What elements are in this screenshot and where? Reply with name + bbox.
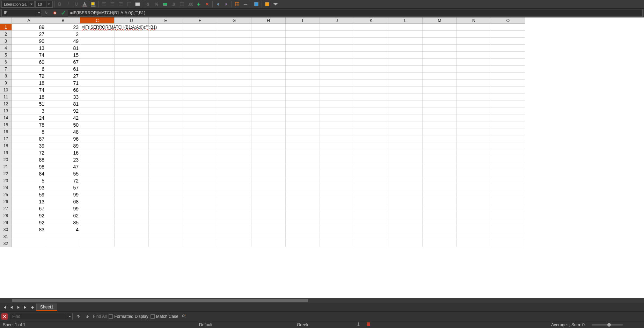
cell-H7[interactable]: [251, 66, 286, 73]
cell-C1[interactable]: =IF(ISERROR(MATCH(B1;A:A;0));"";B1): [80, 24, 115, 31]
cell-J8[interactable]: [320, 73, 354, 80]
cell-C19[interactable]: [80, 149, 115, 156]
cell-H12[interactable]: [251, 100, 286, 107]
cell-J23[interactable]: [320, 177, 354, 184]
match-case-checkbox[interactable]: Match Case: [151, 314, 178, 319]
cell-O13[interactable]: [491, 107, 525, 114]
cell-E32[interactable]: [149, 240, 183, 247]
cell-F29[interactable]: [183, 219, 217, 226]
cell-K18[interactable]: [354, 142, 388, 149]
cell-I26[interactable]: [286, 198, 320, 205]
cell-C21[interactable]: [80, 163, 115, 170]
cell-M31[interactable]: [423, 233, 457, 240]
cell-H1[interactable]: [251, 24, 286, 31]
cell-E5[interactable]: [149, 52, 183, 59]
cell-B21[interactable]: 47: [46, 163, 80, 170]
border-style-button[interactable]: [242, 1, 249, 8]
cell-G26[interactable]: [217, 198, 251, 205]
selection-mode-icon[interactable]: [366, 322, 371, 328]
cell-C15[interactable]: [80, 121, 115, 128]
cell-I24[interactable]: [286, 184, 320, 191]
cell-M29[interactable]: [423, 219, 457, 226]
cell-B19[interactable]: 16: [46, 149, 80, 156]
cell-M8[interactable]: [423, 73, 457, 80]
cell-J13[interactable]: [320, 107, 354, 114]
cell-B3[interactable]: 49: [46, 38, 80, 45]
cell-G30[interactable]: [217, 226, 251, 233]
cell-I9[interactable]: [286, 80, 320, 87]
cell-B31[interactable]: [46, 233, 80, 240]
cell-K12[interactable]: [354, 100, 388, 107]
cell-A11[interactable]: 18: [12, 94, 46, 100]
cell-H5[interactable]: [251, 52, 286, 59]
cell-J18[interactable]: [320, 142, 354, 149]
cell-G24[interactable]: [217, 184, 251, 191]
cell-G6[interactable]: [217, 59, 251, 66]
cell-E13[interactable]: [149, 107, 183, 114]
cell-A6[interactable]: 60: [12, 59, 46, 66]
cell-G28[interactable]: [217, 212, 251, 219]
cell-I28[interactable]: [286, 212, 320, 219]
cell-E25[interactable]: [149, 191, 183, 198]
cell-D19[interactable]: [115, 149, 149, 156]
cell-J31[interactable]: [320, 233, 354, 240]
cell-E7[interactable]: [149, 66, 183, 73]
cell-K21[interactable]: [354, 163, 388, 170]
cell-H19[interactable]: [251, 149, 286, 156]
cell-M15[interactable]: [423, 121, 457, 128]
row-header-16[interactable]: 16: [0, 128, 12, 135]
cell-B6[interactable]: 67: [46, 59, 80, 66]
cell-B18[interactable]: 89: [46, 142, 80, 149]
cell-L8[interactable]: [388, 73, 423, 80]
cell-D25[interactable]: [115, 191, 149, 198]
cell-I20[interactable]: [286, 156, 320, 163]
column-header-M[interactable]: M: [423, 17, 457, 24]
cell-A19[interactable]: 72: [12, 149, 46, 156]
cell-G21[interactable]: [217, 163, 251, 170]
cell-B11[interactable]: 33: [46, 94, 80, 100]
cell-M4[interactable]: [423, 45, 457, 52]
cell-C3[interactable]: [80, 38, 115, 45]
cell-O8[interactable]: [491, 73, 525, 80]
cell-N30[interactable]: [457, 226, 491, 233]
cell-O21[interactable]: [491, 163, 525, 170]
cell-I13[interactable]: [286, 107, 320, 114]
cell-J10[interactable]: [320, 87, 354, 94]
cell-C32[interactable]: [80, 240, 115, 247]
column-header-A[interactable]: A: [12, 17, 46, 24]
cell-H16[interactable]: [251, 128, 286, 135]
cell-A14[interactable]: 24: [12, 114, 46, 121]
cell-A22[interactable]: 84: [12, 170, 46, 177]
cell-B32[interactable]: [46, 240, 80, 247]
row-header-32[interactable]: 32: [0, 240, 12, 247]
cell-O29[interactable]: [491, 219, 525, 226]
cell-O14[interactable]: [491, 114, 525, 121]
cell-F26[interactable]: [183, 198, 217, 205]
row-header-30[interactable]: 30: [0, 226, 12, 233]
cell-G20[interactable]: [217, 156, 251, 163]
cell-D23[interactable]: [115, 177, 149, 184]
select-all-corner[interactable]: [0, 17, 12, 24]
cell-A23[interactable]: 5: [12, 177, 46, 184]
cell-A18[interactable]: 39: [12, 142, 46, 149]
cell-C5[interactable]: [80, 52, 115, 59]
cell-C31[interactable]: [80, 233, 115, 240]
cell-K30[interactable]: [354, 226, 388, 233]
cell-K17[interactable]: [354, 135, 388, 142]
cell-O6[interactable]: [491, 59, 525, 66]
cell-N7[interactable]: [457, 66, 491, 73]
cell-C23[interactable]: [80, 177, 115, 184]
cell-L5[interactable]: [388, 52, 423, 59]
cell-A1[interactable]: 89: [12, 24, 46, 31]
cell-B24[interactable]: 57: [46, 184, 80, 191]
cell-L17[interactable]: [388, 135, 423, 142]
cell-I2[interactable]: [286, 31, 320, 38]
cell-N14[interactable]: [457, 114, 491, 121]
cell-F20[interactable]: [183, 156, 217, 163]
cell-J1[interactable]: [320, 24, 354, 31]
cell-O26[interactable]: [491, 198, 525, 205]
row-header-25[interactable]: 25: [0, 191, 12, 198]
cell-M11[interactable]: [423, 94, 457, 100]
row-header-21[interactable]: 21: [0, 163, 12, 170]
cell-E12[interactable]: [149, 100, 183, 107]
